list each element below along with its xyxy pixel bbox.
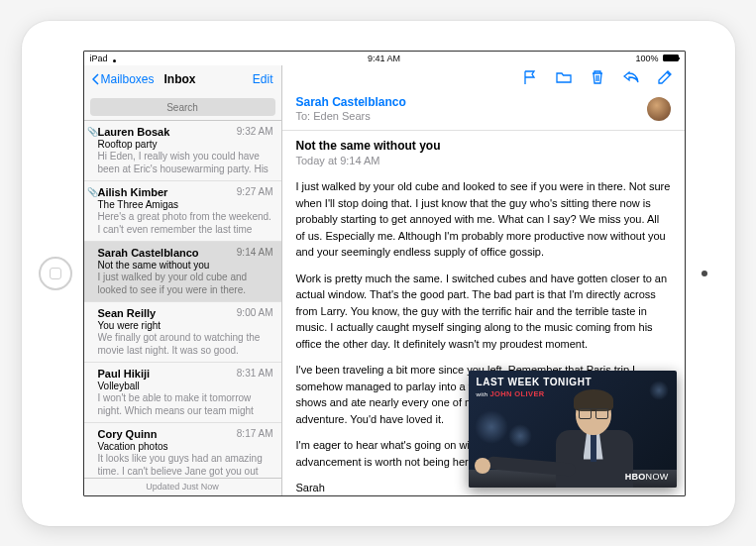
msg-time: 9:32 AM [237,126,273,137]
home-button[interactable] [39,257,72,290]
ipad-device: iPad 9:41 AM 100% Mailboxes Inbox Edit [22,21,735,526]
sidebar-header: Mailboxes Inbox Edit [84,65,281,93]
battery-icon [663,55,679,61]
reply-button[interactable] [623,69,639,85]
search-input[interactable] [90,98,275,116]
body-paragraph: I just walked by your old cube and looke… [296,178,671,261]
message-content: Sarah Castelblanco To: Eden Sears Not th… [282,65,685,495]
sender-name[interactable]: Sarah Castelblanco [296,95,671,109]
message-row[interactable]: 📎Lauren Bosak9:32 AMRooftop partyHi Eden… [84,121,281,181]
msg-subject: You were right [98,320,273,331]
wifi-icon [110,55,120,62]
recipient: To: Eden Sears [296,110,671,122]
back-label: Mailboxes [101,72,155,86]
camera [702,271,707,276]
message-row[interactable]: Sean Reilly9:00 AMYou were rightWe final… [84,302,281,363]
msg-time: 8:17 AM [237,428,273,439]
msg-preview: We finally got around to watching the mo… [98,332,273,357]
message-list[interactable]: 📎Lauren Bosak9:32 AMRooftop partyHi Eden… [84,121,281,478]
msg-subject: Rooftop party [98,139,273,150]
attachment-icon: 📎 [87,187,98,197]
message-row[interactable]: Cory Quinn8:17 AMVacation photosIt looks… [84,423,281,478]
msg-preview: I won't be able to make it tomorrow nigh… [98,392,273,417]
msg-time: 8:31 AM [237,368,273,379]
sidebar: Mailboxes Inbox Edit 📎Lauren Bosak9:32 A… [84,65,282,495]
message-date: Today at 9:14 AM [282,155,685,174]
msg-time: 9:00 AM [237,307,273,318]
msg-preview: I just walked by your old cube and looke… [98,272,273,296]
message-subject: Not the same without you [282,131,685,155]
picture-in-picture[interactable]: LAST WEEK TONIGHT withJOHN OLIVER HBONOW [469,371,677,488]
clock: 9:41 AM [368,54,400,63]
avatar[interactable] [647,97,671,121]
mailbox-title: Inbox [164,72,196,86]
msg-subject: Not the same without you [98,260,273,271]
battery-label: 100% [635,54,658,63]
msg-preview: It looks like you guys had an amazing ti… [98,453,273,478]
move-button[interactable] [556,69,572,85]
msg-subject: Vacation photos [98,441,273,452]
trash-button[interactable] [590,69,605,85]
pip-title: LAST WEEK TONIGHT withJOHN OLIVER [477,377,593,398]
search-wrap [84,93,281,122]
mail-app: Mailboxes Inbox Edit 📎Lauren Bosak9:32 A… [84,65,685,495]
sidebar-footer: Updated Just Now [84,478,281,495]
edit-button[interactable]: Edit [253,72,273,86]
flag-button[interactable] [522,69,538,85]
message-row[interactable]: Sarah Castelblanco9:14 AMNot the same wi… [84,242,281,302]
msg-preview: Hi Eden, I really wish you could have be… [98,151,273,175]
msg-subject: The Three Amigas [98,199,273,210]
message-row[interactable]: 📎Ailish Kimber9:27 AMThe Three AmigasHer… [84,181,281,242]
back-button[interactable]: Mailboxes [92,72,155,86]
msg-subject: Volleyball [98,381,273,391]
msg-time: 9:27 AM [237,186,273,197]
message-header: Sarah Castelblanco To: Eden Sears [282,91,685,131]
compose-button[interactable] [657,69,673,85]
pip-provider: HBONOW [625,472,669,482]
status-bar: iPad 9:41 AM 100% [84,52,685,65]
attachment-icon: 📎 [87,127,98,137]
message-row[interactable]: Paul Hikiji8:31 AMVolleyballI won't be a… [84,363,281,423]
screen: iPad 9:41 AM 100% Mailboxes Inbox Edit [83,51,686,496]
msg-preview: Here's a great photo from the weekend. I… [98,211,273,236]
toolbar [282,65,685,92]
msg-time: 9:14 AM [237,247,273,258]
carrier-label: iPad [90,54,108,63]
body-paragraph: Work is pretty much the same. I switched… [296,271,671,353]
